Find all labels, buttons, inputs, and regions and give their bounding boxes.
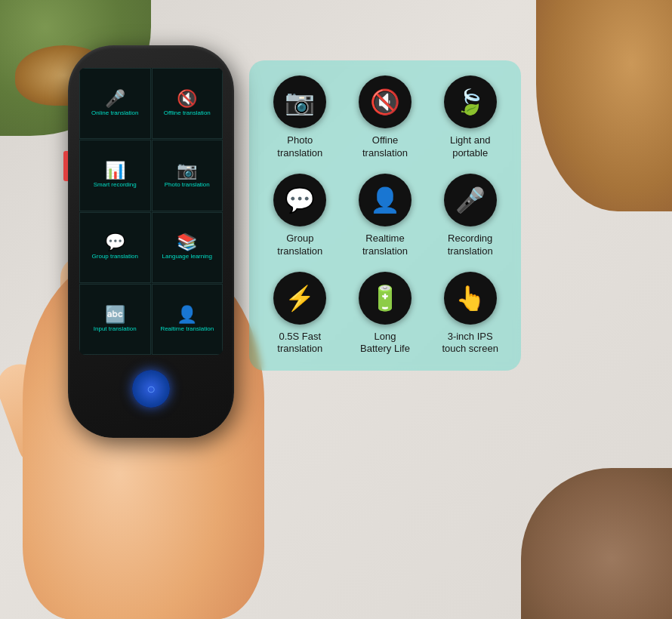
screen-label-input-translation: Input translation [94,325,137,333]
device-screen: 🎤 Online translation 🔇 Offline translati… [79,68,223,355]
screen-icon-smart-recording: 📊 [105,162,125,179]
screen-icon-online-translation: 🎤 [105,91,125,107]
feature-icon-touch-screen: 👆 [444,272,497,325]
screen-cell-smart-recording[interactable]: 📊 Smart recording [79,140,151,211]
feature-icon-fast-translation: ⚡ [273,272,326,325]
screen-label-online-translation: Online translation [91,109,138,117]
screen-icon-offline-translation: 🔇 [177,91,197,107]
screen-cell-input-translation[interactable]: 🔤 Input translation [79,284,151,355]
screen-icon-photo-translation: 📷 [177,162,197,179]
feature-icon-realtime-translation: 👤 [359,174,412,226]
feature-item-group-translation: 💬 Grouptranslation [264,174,336,258]
feature-icon-recording-translation: 🎤 [444,174,497,226]
side-button[interactable] [63,151,68,181]
feature-icon-light-portable: 🍃 [444,75,497,128]
screen-icon-language-learning: 📚 [177,234,197,251]
feature-label-group-translation: Grouptranslation [277,233,322,258]
screen-label-language-learning: Language learning [162,253,212,260]
home-icon: ○ [146,380,156,398]
feature-item-offline-translation: 🔇 Offinetranslation [350,75,421,160]
feature-icon-battery-life: 🔋 [359,272,412,325]
feature-icon-offline-translation: 🔇 [359,75,412,128]
screen-label-photo-translation: Photo translation [165,181,210,189]
screen-icon-input-translation: 🔤 [105,306,125,323]
screen-cell-online-translation[interactable]: 🎤 Online translation [79,68,151,139]
feature-panel: 📷 Phototranslation 🔇 Offinetranslation 🍃… [249,60,521,371]
feature-label-photo-translation: Phototranslation [277,134,322,160]
screen-label-realtime-translation: Realtime translation [160,325,214,333]
screen-cell-realtime-translation[interactable]: 👤 Realtime translation [152,284,223,355]
screen-cell-photo-translation[interactable]: 📷 Photo translation [152,140,223,211]
feature-grid: 📷 Phototranslation 🔇 Offinetranslation 🍃… [264,75,506,356]
feature-label-realtime-translation: Realtimetranslation [362,233,408,258]
feature-label-offline-translation: Offinetranslation [362,134,408,160]
screen-icon-realtime-translation: 👤 [177,306,197,323]
feature-item-light-portable: 🍃 Light andportable [434,75,506,160]
feature-icon-photo-translation: 📷 [273,75,326,128]
feature-item-battery-life: 🔋 LongBattery Life [350,272,421,356]
feature-icon-group-translation: 💬 [273,174,326,226]
feature-label-fast-translation: 0.5S Fasttranslation [277,331,322,356]
screen-label-smart-recording: Smart recording [94,181,137,189]
screen-label-offline-translation: Offline translation [164,109,211,117]
screen-icon-group-translation: 💬 [105,234,125,251]
home-button[interactable]: ○ [132,370,170,408]
feature-item-realtime-translation: 👤 Realtimetranslation [350,174,421,258]
feature-label-battery-life: LongBattery Life [360,331,410,356]
screen-cell-group-translation[interactable]: 💬 Group translation [79,212,151,283]
feature-item-recording-translation: 🎤 Recordingtranslation [434,174,506,258]
feature-item-touch-screen: 👆 3-inch IPStouch screen [434,272,506,356]
translator-device: 🎤 Online translation 🔇 Offline translati… [68,45,234,438]
feature-label-light-portable: Light andportable [450,134,491,160]
feature-item-fast-translation: ⚡ 0.5S Fasttranslation [264,272,336,356]
screen-cell-offline-translation[interactable]: 🔇 Offline translation [152,68,223,139]
feature-label-touch-screen: 3-inch IPStouch screen [442,331,498,356]
feature-label-recording-translation: Recordingtranslation [448,233,493,258]
screen-label-group-translation: Group translation [92,253,138,260]
screen-cell-language-learning[interactable]: 📚 Language learning [152,212,223,283]
feature-item-photo-translation: 📷 Phototranslation [264,75,336,160]
